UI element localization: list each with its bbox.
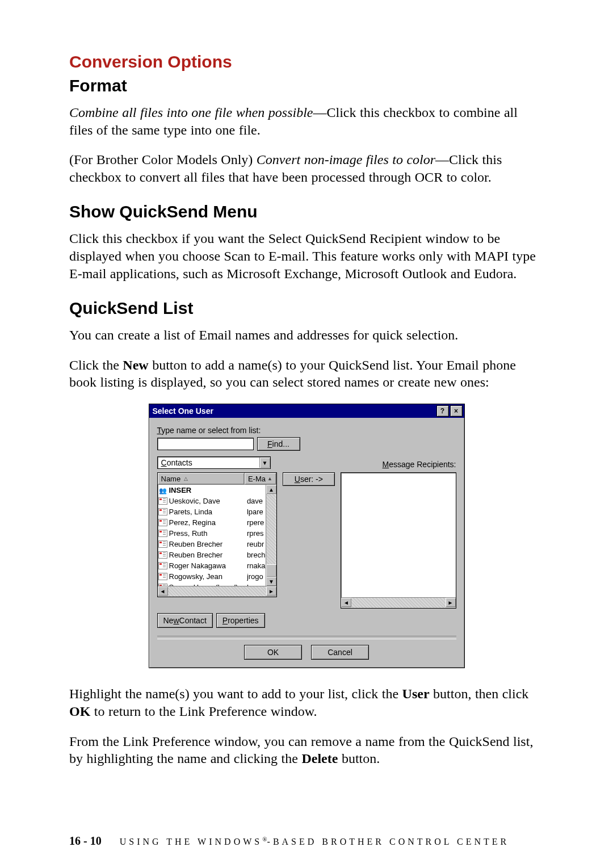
horizontal-scrollbar[interactable]: ◄ ► bbox=[158, 586, 276, 597]
contact-card-icon bbox=[158, 584, 168, 586]
text: -BASED BROTHER CONTROL CENTER bbox=[267, 837, 510, 846]
list-item[interactable]: Parets, Lindalpare bbox=[158, 506, 276, 517]
dialog-title: Select One User bbox=[153, 406, 213, 416]
list-item[interactable]: Press, Ruthrpres bbox=[158, 528, 276, 539]
horizontal-scrollbar[interactable]: ◄ ► bbox=[341, 597, 456, 608]
paragraph-delete: From the Link Preference window, you can… bbox=[69, 733, 544, 768]
list-item[interactable]: Sacco, Henry (Legal)hsac bbox=[158, 582, 276, 586]
page-footer: 16 - 10 USING THE WINDOWS®-BASED BROTHER… bbox=[69, 835, 509, 848]
message-recipients-label: Message Recipients: bbox=[383, 460, 456, 469]
column-header-name[interactable]: Name △ bbox=[158, 473, 245, 484]
contact-card-icon bbox=[158, 530, 168, 537]
text: (For Brother Color Models Only) bbox=[69, 152, 257, 167]
text: to return to the Link Preference window. bbox=[90, 704, 317, 719]
separator bbox=[157, 636, 456, 639]
recipients-listbox[interactable]: ◄ ► bbox=[341, 472, 456, 609]
chapter-title: USING THE WINDOWS®-BASED BROTHER CONTROL… bbox=[120, 837, 510, 846]
text: ser: -> bbox=[300, 475, 323, 484]
list-item[interactable]: Perez, Reginarpere bbox=[158, 517, 276, 528]
emphasis-convert: Convert non-image files to color bbox=[257, 152, 435, 167]
chevron-down-icon: ▼ bbox=[259, 458, 270, 468]
scroll-left-icon[interactable]: ◄ bbox=[158, 586, 168, 596]
contact-name: INSER bbox=[168, 486, 247, 494]
heading-conversion-options: Conversion Options bbox=[69, 51, 544, 73]
contact-card-icon bbox=[158, 573, 167, 580]
contact-card-icon bbox=[158, 584, 167, 586]
text: button, then click bbox=[430, 686, 529, 701]
list-item[interactable]: 👥INSER bbox=[158, 485, 276, 496]
contact-card-icon bbox=[158, 573, 168, 580]
contact-name: Roger Nakagawa bbox=[168, 561, 247, 570]
group-icon: 👥 bbox=[159, 487, 167, 494]
help-button[interactable]: ? bbox=[436, 405, 449, 417]
dialog-titlebar: Select One User ? × bbox=[149, 404, 464, 418]
paragraph-click-new: Click the New button to add a name(s) to… bbox=[69, 357, 544, 391]
user-button[interactable]: User: -> bbox=[283, 472, 335, 486]
contact-card-icon bbox=[158, 540, 168, 548]
heading-show-quicksend: Show QuickSend Menu bbox=[69, 201, 544, 223]
contact-card-icon bbox=[158, 562, 167, 569]
scroll-up-icon[interactable]: ▲ bbox=[266, 485, 276, 494]
list-item[interactable]: Ueskovic, Davedave bbox=[158, 496, 276, 506]
emphasis-combine: Combine all files into one file when pos… bbox=[69, 105, 313, 120]
scrollbar-track[interactable] bbox=[168, 586, 266, 597]
contact-card-icon bbox=[158, 497, 167, 505]
mnemonic: U bbox=[295, 475, 300, 484]
text: ontacts bbox=[167, 458, 192, 467]
mnemonic: w bbox=[173, 616, 179, 625]
contact-card-icon bbox=[158, 519, 168, 526]
bold-user: User bbox=[402, 686, 430, 701]
ok-button[interactable]: OK bbox=[244, 645, 302, 660]
text: ype name or select from list: bbox=[161, 426, 261, 435]
scroll-left-icon[interactable]: ◄ bbox=[341, 598, 351, 607]
contact-card-icon bbox=[158, 551, 168, 559]
vertical-scrollbar[interactable]: ▲ ▼ bbox=[266, 485, 276, 586]
contact-name: Parets, Linda bbox=[168, 508, 247, 516]
properties-button[interactable]: Properties bbox=[216, 613, 265, 628]
text: roperties bbox=[228, 616, 258, 625]
registered-icon: ® bbox=[262, 836, 267, 842]
sort-asc-icon: ▲ bbox=[267, 476, 272, 481]
paragraph-highlight-user: Highlight the name(s) you want to add to… bbox=[69, 685, 544, 720]
scrollbar-track[interactable] bbox=[351, 598, 446, 608]
list-item[interactable]: Rogowsky, Jeanjrogo bbox=[158, 571, 276, 582]
contact-card-icon bbox=[158, 497, 168, 505]
close-button[interactable]: × bbox=[450, 405, 463, 417]
find-button[interactable]: Find... bbox=[257, 437, 300, 451]
paragraph-show-quicksend: Click this checkbox if you want the Sele… bbox=[69, 230, 544, 282]
heading-quicksend-list: QuickSend List bbox=[69, 297, 544, 319]
mnemonic: C bbox=[161, 458, 167, 467]
scrollbar-thumb[interactable] bbox=[266, 564, 276, 577]
contact-name: Rogowsky, Jean bbox=[168, 572, 247, 581]
list-item[interactable]: Roger Nakagawarnaka bbox=[158, 560, 276, 571]
text: E-Ma bbox=[248, 475, 266, 483]
paragraph-convert-color: (For Brother Color Models Only) Convert … bbox=[69, 151, 544, 186]
column-header-email[interactable]: E-Ma ▲ bbox=[245, 473, 276, 484]
type-name-label: Type name or select from list: bbox=[157, 426, 456, 435]
text: Ne bbox=[163, 616, 174, 625]
scroll-down-icon[interactable]: ▼ bbox=[266, 577, 276, 586]
text: Click the bbox=[69, 358, 123, 372]
search-input[interactable] bbox=[157, 438, 254, 450]
page-number: 16 - 10 bbox=[69, 835, 102, 847]
mnemonic: P bbox=[222, 616, 228, 625]
contact-name: Ueskovic, Dave bbox=[168, 497, 247, 505]
text: button. bbox=[338, 751, 380, 766]
cancel-button[interactable]: Cancel bbox=[311, 645, 369, 660]
sort-asc-icon: △ bbox=[184, 476, 188, 481]
bold-ok: OK bbox=[69, 704, 90, 719]
contacts-listbox[interactable]: Name △ E-Ma ▲ 👥INSERUeskovic, DavedavePa… bbox=[157, 472, 277, 597]
new-contact-button[interactable]: New Contact bbox=[157, 613, 213, 628]
contact-card-icon bbox=[158, 508, 168, 515]
text: Name bbox=[161, 475, 181, 483]
group-icon: 👥 bbox=[158, 487, 168, 494]
list-item[interactable]: Reuben Brecherbrech bbox=[158, 550, 276, 560]
list-rows: 👥INSERUeskovic, DavedaveParets, Lindalpa… bbox=[158, 485, 276, 586]
list-item[interactable]: Reuben Brecherreubr bbox=[158, 539, 276, 550]
contact-name: Reuben Brecher bbox=[168, 540, 247, 548]
scroll-right-icon[interactable]: ► bbox=[446, 598, 456, 607]
contact-name: Perez, Regina bbox=[168, 518, 247, 527]
scroll-right-icon[interactable]: ► bbox=[266, 586, 276, 596]
address-book-dropdown[interactable]: Contacts ▼ bbox=[157, 456, 271, 469]
select-one-user-dialog: Select One User ? × Type name or select … bbox=[149, 404, 465, 668]
